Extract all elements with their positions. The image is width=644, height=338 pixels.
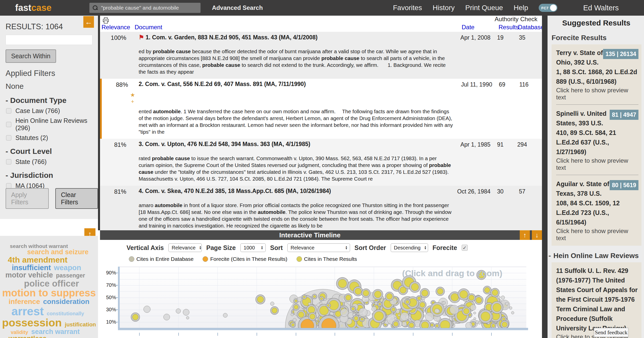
data-bubble[interactable] xyxy=(436,324,438,327)
word-cloud-term[interactable]: search warrant xyxy=(30,328,81,335)
data-bubble[interactable] xyxy=(340,308,349,317)
data-bubble[interactable] xyxy=(338,279,347,288)
data-bubble[interactable] xyxy=(511,311,514,314)
data-bubble[interactable] xyxy=(371,306,377,312)
hein-section-heading[interactable]: -Hein Online Law Reviews xyxy=(549,252,644,260)
checkbox-icon[interactable] xyxy=(6,108,11,114)
data-bubble[interactable] xyxy=(484,287,490,293)
col-header-relevance[interactable]: Relevance xyxy=(102,24,130,31)
nav-history[interactable]: History xyxy=(433,4,455,12)
word-cloud-term[interactable]: validity xyxy=(9,329,30,335)
result-row[interactable]: 100%⚑1. Com. v. Garden, 883 N.E.2d 905, … xyxy=(100,32,542,79)
nav-print-queue[interactable]: Print Queue xyxy=(465,4,503,12)
data-bubble[interactable] xyxy=(291,323,294,326)
data-bubble[interactable] xyxy=(486,304,492,311)
data-bubble[interactable] xyxy=(470,304,476,311)
clear-filters-button[interactable]: Clear Filters xyxy=(55,188,98,209)
data-bubble[interactable] xyxy=(345,295,351,300)
search-box[interactable]: "probable cause" and automobile xyxy=(89,3,201,13)
result-row[interactable]: 81%4. Com. v. Skea, 470 N.E.2d 385, 18 M… xyxy=(100,186,542,230)
result-row[interactable]: 88%★ +2. Com. v. Cast, 556 N.E.2d 69, 40… xyxy=(100,79,542,139)
law-review-title[interactable]: 11 Suffolk U. L. Rev. 429 (1976-1977) Th… xyxy=(556,266,638,333)
data-bubble[interactable] xyxy=(450,323,452,325)
data-bubble[interactable] xyxy=(308,306,315,313)
data-bubble[interactable] xyxy=(431,324,434,327)
fc7-toggle[interactable]: FC7 xyxy=(539,4,557,12)
forecite-checkbox[interactable]: ✓ xyxy=(462,245,468,251)
data-bubble[interactable] xyxy=(474,317,476,320)
data-bubble[interactable] xyxy=(481,312,490,321)
data-bubble[interactable] xyxy=(319,306,329,315)
data-bubble[interactable] xyxy=(310,314,315,319)
col-header-date[interactable]: Date xyxy=(462,24,475,31)
search-within-input[interactable] xyxy=(6,35,92,45)
checkbox-icon[interactable] xyxy=(6,183,11,188)
data-bubble[interactable] xyxy=(303,296,306,298)
data-bubble[interactable] xyxy=(327,304,330,307)
forecite-case-title[interactable]: 135 | 26134Terry v. State of Ohio, 392 U… xyxy=(556,48,638,86)
apply-filters-button[interactable]: Apply Filters xyxy=(6,188,49,209)
search-within-button[interactable]: Search Within xyxy=(6,49,56,63)
data-bubble[interactable] xyxy=(297,297,302,302)
data-bubble[interactable] xyxy=(354,316,358,320)
nav-favorites[interactable]: Favorites xyxy=(393,4,422,12)
data-bubble[interactable] xyxy=(272,308,277,313)
data-bubble[interactable] xyxy=(473,312,476,314)
data-bubble[interactable] xyxy=(352,307,355,310)
data-bubble[interactable] xyxy=(497,296,500,299)
data-bubble[interactable] xyxy=(257,296,264,303)
authority-database-count[interactable]: 294 xyxy=(510,141,534,152)
authority-database-count[interactable]: 35 xyxy=(510,34,534,45)
data-bubble[interactable] xyxy=(380,299,384,302)
timeline-expand-button[interactable]: ↑ xyxy=(520,230,530,240)
forecite-result-item[interactable]: 135 | 26134Terry v. State of Ohio, 392 U… xyxy=(556,48,638,101)
data-bubble[interactable] xyxy=(392,308,395,311)
data-bubble[interactable] xyxy=(394,317,397,320)
word-cloud-term[interactable]: warrantless xyxy=(7,335,48,338)
forecite-result-item[interactable]: 80 | 5619Aguilar v. State of Texas, 378 … xyxy=(556,179,638,242)
filter-checkbox-item[interactable]: State (766) xyxy=(6,158,92,165)
data-bubble[interactable] xyxy=(400,287,406,293)
data-bubble[interactable] xyxy=(223,313,228,318)
data-bubble[interactable] xyxy=(305,308,307,311)
show-preview-link[interactable]: Click here to show preview text xyxy=(556,87,638,101)
data-bubble[interactable] xyxy=(143,306,151,313)
col-header-document[interactable]: Document xyxy=(135,24,162,31)
search-input[interactable]: "probable cause" and automobile xyxy=(101,5,179,11)
data-bubble[interactable] xyxy=(414,320,421,327)
nav-help[interactable]: Help xyxy=(514,4,528,12)
word-cloud-term[interactable]: passenger xyxy=(55,272,87,279)
authority-database-count[interactable]: 57 xyxy=(510,188,534,199)
checkbox-icon[interactable] xyxy=(6,159,11,164)
data-bubble[interactable] xyxy=(409,323,414,328)
data-bubble[interactable] xyxy=(463,308,469,314)
timeline-collapse-button[interactable]: ↓ xyxy=(532,230,542,240)
data-bubble[interactable] xyxy=(434,308,439,313)
result-title-link[interactable]: 2. Com. v. Cast, 556 N.E.2d 69, 407 Mass… xyxy=(139,81,454,105)
data-bubble[interactable] xyxy=(476,320,479,324)
data-bubble[interactable] xyxy=(361,318,363,321)
page-size-select[interactable]: 1000▲▼ xyxy=(240,243,266,252)
word-cloud-term[interactable]: constitutionally xyxy=(45,311,86,316)
data-bubble[interactable] xyxy=(464,305,467,308)
word-cloud-term[interactable]: justification xyxy=(63,321,97,328)
word-cloud-term[interactable]: weapon xyxy=(52,264,83,272)
data-bubble[interactable] xyxy=(476,297,482,303)
flag-icon[interactable]: ⚑ xyxy=(139,34,144,41)
data-bubble[interactable] xyxy=(501,296,505,300)
data-bubble[interactable] xyxy=(324,298,327,301)
authority-check-badge[interactable]: 80 | 5619 xyxy=(610,180,638,190)
show-preview-link[interactable]: Click here to show preview text xyxy=(556,228,638,242)
data-bubble[interactable] xyxy=(393,322,398,326)
data-bubble[interactable] xyxy=(408,298,417,307)
word-cloud-term[interactable]: 4th amendment xyxy=(6,255,69,264)
send-feedback-button[interactable]: Send feedback xyxy=(594,328,628,337)
word-cloud-term[interactable]: possession xyxy=(1,317,63,329)
data-bubble[interactable] xyxy=(417,297,421,300)
data-bubble[interactable] xyxy=(469,295,474,300)
data-bubble[interactable] xyxy=(453,321,456,324)
sort-order-select[interactable]: Descending▲▼ xyxy=(391,243,428,252)
result-title-link[interactable]: 3. Com. v. Upton, 476 N.E.2d 548, 394 Ma… xyxy=(137,141,453,152)
data-bubble[interactable] xyxy=(315,318,318,321)
data-bubble[interactable] xyxy=(386,293,392,299)
